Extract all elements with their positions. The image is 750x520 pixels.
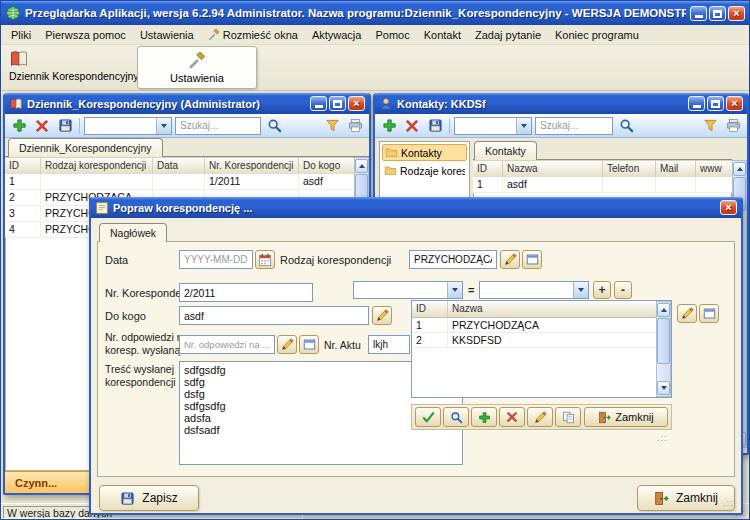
- contacts-minimize-button[interactable]: [688, 96, 705, 111]
- contacts-col-nazwa[interactable]: Nazwa: [503, 161, 603, 177]
- main-minimize-button[interactable]: [690, 6, 707, 21]
- contacts-col-mail[interactable]: Mail: [656, 161, 696, 177]
- scroll-down-button[interactable]: [657, 381, 670, 395]
- journal-tab-label: Dziennik_Korespondencyjny: [19, 142, 152, 154]
- journal-print-button[interactable]: [345, 116, 365, 136]
- table-row[interactable]: 1 1/2011 asdf: [5, 174, 354, 190]
- reply-edit-button[interactable]: [277, 335, 297, 354]
- dialog-titlebar[interactable]: Popraw korespondencję ... ×: [91, 197, 741, 218]
- journal-save-button[interactable]: [55, 116, 75, 136]
- reply-lookup-button[interactable]: [299, 335, 319, 354]
- menu-kontakt[interactable]: Kontakt: [417, 27, 468, 43]
- type-lookup-button[interactable]: [522, 250, 542, 269]
- menu-ustawienia[interactable]: Ustawienia: [133, 27, 201, 43]
- to-edit-button[interactable]: [372, 306, 392, 325]
- menu-rozmiesc-okna[interactable]: Rozmieść okna: [201, 27, 305, 43]
- scroll-up-button[interactable]: [355, 159, 368, 173]
- main-maximize-button[interactable]: [709, 6, 726, 21]
- tree-item-kontakty[interactable]: Kontakty: [382, 144, 467, 161]
- contacts-filter-combo[interactable]: [454, 117, 532, 135]
- lookup-delete-button[interactable]: [499, 407, 525, 427]
- journal-search-button[interactable]: [264, 116, 284, 136]
- journal-add-button[interactable]: [9, 116, 29, 136]
- lookup-row[interactable]: 1 PRZYCHODZĄCA: [412, 318, 671, 333]
- journal-toolbar-button[interactable]: Dziennik Korespondencyjny: [5, 47, 133, 88]
- journal-col-data[interactable]: Data: [153, 158, 205, 174]
- contacts-col-www[interactable]: www: [696, 161, 732, 177]
- dialog-tab-naglowek[interactable]: Nagłówek: [99, 223, 167, 242]
- lookup-add-condition-button[interactable]: +: [593, 281, 611, 299]
- journal-window-titlebar[interactable]: Dziennik_Korespondencyjny (Administrator…: [5, 93, 369, 114]
- add-icon: [478, 411, 491, 424]
- contacts-search-input[interactable]: [535, 117, 613, 135]
- lookup-close-button[interactable]: Zamknij: [584, 407, 668, 427]
- cell-id: 2: [5, 190, 41, 205]
- journal-col-rodzaj[interactable]: Rodzaj korespondencji: [41, 158, 153, 174]
- contacts-col-id[interactable]: ID: [473, 161, 503, 177]
- journal-col-nr[interactable]: Nr. Korespondencji: [205, 158, 299, 174]
- menu-pierwsza-pomoc[interactable]: Pierwsza pomoc: [38, 27, 133, 43]
- lookup-search-button[interactable]: [443, 407, 469, 427]
- scroll-up-button[interactable]: [657, 303, 670, 317]
- scroll-thumb[interactable]: [657, 318, 670, 364]
- journal-delete-button[interactable]: [32, 116, 52, 136]
- contacts-col-telefon[interactable]: Telefon: [603, 161, 656, 177]
- main-titlebar[interactable]: Przeglądarka Aplikacji, wersja 6.2.94 Ad…: [1, 1, 749, 25]
- tree-item-rodzaje[interactable]: Rodzaje korespondencji: [382, 163, 467, 178]
- contacts-maximize-button[interactable]: [707, 96, 724, 111]
- table-row[interactable]: 1 asdf: [473, 177, 732, 193]
- journal-minimize-button[interactable]: [310, 96, 327, 111]
- lookup-add-button[interactable]: [471, 407, 497, 427]
- lookup-pencil-button[interactable]: [527, 407, 553, 427]
- menu-pomoc[interactable]: Pomoc: [368, 27, 416, 43]
- contacts-close-button[interactable]: ×: [726, 96, 743, 111]
- contacts-tab[interactable]: Kontakty: [474, 141, 537, 160]
- contacts-add-button[interactable]: [379, 116, 399, 136]
- data-input[interactable]: [179, 250, 253, 269]
- journal-tab[interactable]: Dziennik_Korespondencyjny: [8, 138, 163, 157]
- menu-aktywacja[interactable]: Aktywacja: [305, 27, 369, 43]
- act-input[interactable]: [368, 335, 410, 354]
- save-button[interactable]: Zapisz: [99, 485, 199, 511]
- lookup-field-combo[interactable]: [353, 281, 463, 299]
- calendar-button[interactable]: [255, 250, 275, 269]
- lookup-remove-condition-button[interactable]: -: [614, 281, 632, 299]
- journal-filter-combo[interactable]: [84, 117, 172, 135]
- lookup-col-id[interactable]: ID: [412, 301, 448, 317]
- journal-maximize-button[interactable]: [329, 96, 346, 111]
- type-input[interactable]: [409, 250, 497, 269]
- main-close-button[interactable]: ×: [728, 6, 745, 21]
- lookup-accept-button[interactable]: [415, 407, 441, 427]
- contacts-search-button[interactable]: [616, 116, 636, 136]
- lookup-edit-button[interactable]: [677, 304, 697, 323]
- journal-close-button[interactable]: ×: [348, 96, 365, 111]
- lookup-col-nazwa[interactable]: Nazwa: [448, 301, 656, 317]
- menu-koniec-programu[interactable]: Koniec programu: [548, 27, 646, 43]
- lookup-vscrollbar[interactable]: [656, 301, 671, 397]
- journal-search-input[interactable]: [175, 117, 261, 135]
- dialog-close-button[interactable]: ×: [720, 200, 737, 215]
- menu-zadaj-pytanie[interactable]: Zadaj pytanie: [468, 27, 548, 43]
- contacts-save-button[interactable]: [425, 116, 445, 136]
- journal-col-dokogo[interactable]: Do kogo: [299, 158, 354, 174]
- scroll-up-button[interactable]: [733, 162, 746, 176]
- contacts-window-titlebar[interactable]: Kontakty: KKDSf ×: [375, 93, 747, 114]
- contacts-filter-button[interactable]: [700, 116, 720, 136]
- contacts-print-button[interactable]: [723, 116, 743, 136]
- settings-toolbar-button[interactable]: Ustawienia: [137, 46, 257, 89]
- lookup-resize-grip[interactable]: .::: [657, 433, 668, 443]
- dialog-close-bottom-button[interactable]: Zamknij: [637, 485, 735, 511]
- nr-input[interactable]: [179, 283, 313, 302]
- to-input[interactable]: [179, 306, 369, 325]
- contacts-delete-button[interactable]: [402, 116, 422, 136]
- dialog-resize-grip[interactable]: .::: [723, 498, 734, 508]
- menu-pliki[interactable]: Pliki: [4, 27, 38, 43]
- lookup-value-combo[interactable]: [479, 281, 589, 299]
- type-edit-button[interactable]: [500, 250, 520, 269]
- lookup-copy-button[interactable]: [555, 407, 581, 427]
- journal-col-id[interactable]: ID: [5, 158, 41, 174]
- lookup-row[interactable]: 2 KKSDFSD: [412, 333, 671, 348]
- journal-filter-button[interactable]: [322, 116, 342, 136]
- reply-input[interactable]: [179, 335, 275, 354]
- lookup-window-button[interactable]: [699, 304, 719, 323]
